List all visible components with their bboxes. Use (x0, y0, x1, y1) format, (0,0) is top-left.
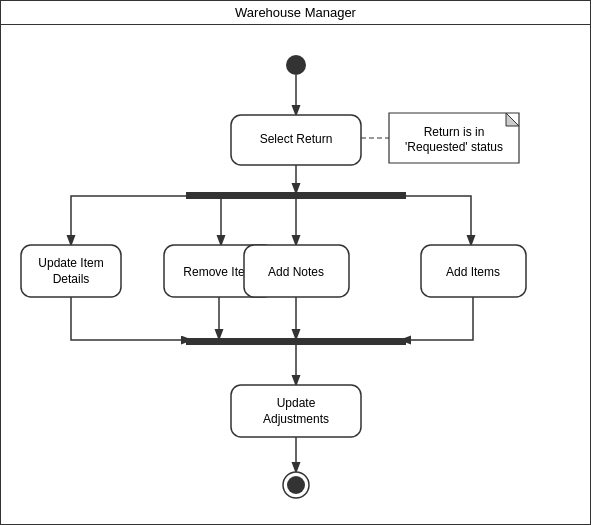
start-node (286, 55, 306, 75)
update-item-node (21, 245, 121, 297)
join-bar (186, 338, 406, 345)
update-item-label2: Details (53, 272, 90, 286)
end-node-inner (287, 476, 305, 494)
diagram-area: Select Return Return is in 'Requested' s… (1, 25, 590, 522)
update-adj-node (231, 385, 361, 437)
arrow-fork-additems (401, 196, 471, 244)
arrow-update-join (71, 297, 190, 340)
update-adj-label1: Update (277, 396, 316, 410)
title-bar: Warehouse Manager (1, 1, 590, 25)
diagram-container: Warehouse Manager Select Return Return i… (0, 0, 591, 525)
update-adj-label2: Adjustments (263, 412, 329, 426)
add-notes-label: Add Notes (268, 265, 324, 279)
fork-bar (186, 192, 406, 199)
arrow-additems-join (402, 297, 473, 340)
add-items-label: Add Items (446, 265, 500, 279)
select-return-label: Select Return (260, 132, 333, 146)
update-item-label1: Update Item (38, 256, 103, 270)
arrow-fork-update-item (71, 196, 191, 244)
note-line1: Return is in (424, 125, 485, 139)
note-line2: 'Requested' status (405, 140, 503, 154)
